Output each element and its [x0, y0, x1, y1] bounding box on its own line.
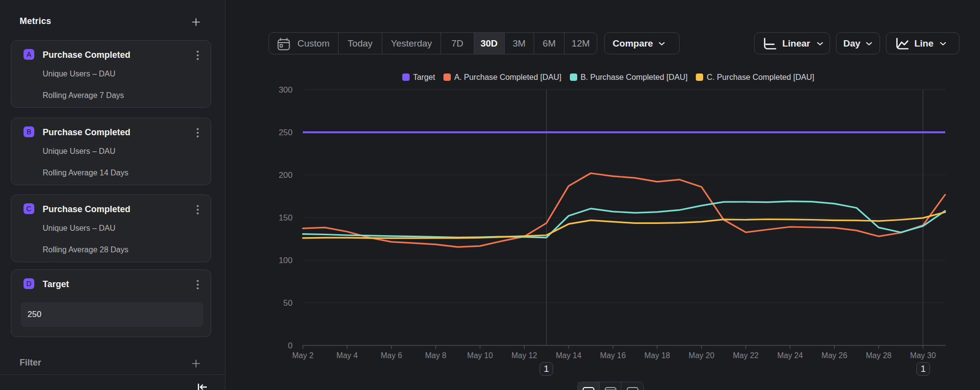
svg-text:0: 0: [288, 341, 293, 350]
svg-text:100: 100: [279, 256, 293, 265]
svg-text:May 16: May 16: [600, 351, 626, 360]
svg-text:200: 200: [279, 171, 293, 180]
svg-text:250: 250: [279, 128, 293, 137]
svg-text:May 4: May 4: [337, 351, 358, 360]
svg-text:50: 50: [283, 298, 293, 308]
svg-text:May 20: May 20: [688, 351, 714, 360]
svg-text:May 18: May 18: [644, 351, 670, 360]
svg-text:May 6: May 6: [381, 351, 402, 360]
svg-text:150: 150: [279, 213, 293, 222]
svg-text:May 8: May 8: [425, 351, 446, 360]
svg-text:May 10: May 10: [467, 351, 493, 360]
svg-text:May 26: May 26: [822, 351, 848, 360]
svg-text:May 28: May 28: [866, 351, 892, 360]
svg-text:May 14: May 14: [556, 351, 582, 360]
svg-text:May 30: May 30: [910, 351, 936, 360]
svg-text:May 12: May 12: [512, 351, 538, 360]
svg-text:May 22: May 22: [733, 351, 759, 360]
svg-text:300: 300: [279, 85, 293, 95]
svg-text:May 24: May 24: [777, 351, 803, 360]
svg-text:May 2: May 2: [292, 351, 314, 360]
